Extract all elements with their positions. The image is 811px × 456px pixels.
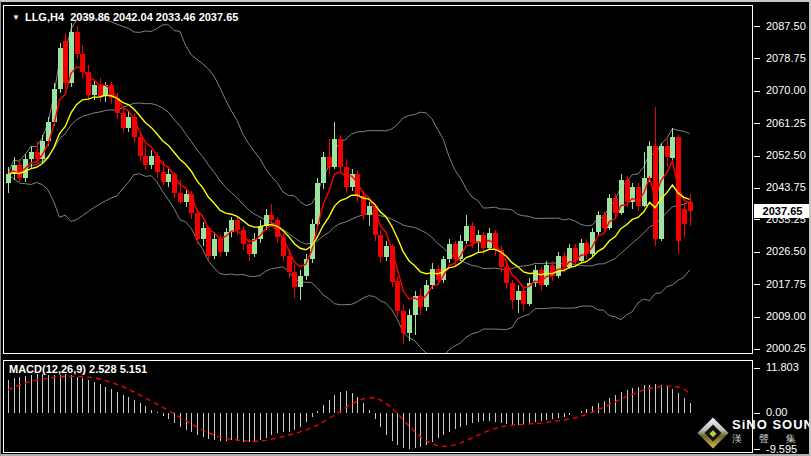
bear-candle-body — [682, 209, 687, 224]
chart-symbol-label: LLG,H4 — [25, 11, 64, 23]
bear-candle-body — [401, 311, 406, 333]
axis-tick-mark — [754, 156, 760, 157]
axis-tick-label: 2009.00 — [766, 310, 806, 322]
bull-candle-body — [516, 291, 521, 300]
axis-tick-label: 2017.75 — [766, 278, 806, 290]
macd-indicator-panel: MACD(12,26,9) 2.528 5.151 — [3, 360, 753, 453]
bull-candle-body — [607, 198, 612, 228]
bull-candle-body — [321, 157, 326, 183]
bull-candle-body — [430, 269, 435, 286]
bear-candle-body — [521, 291, 526, 304]
bull-candle-body — [126, 117, 131, 128]
axis-tick-label: -9.595 — [766, 443, 797, 455]
bear-candle-body — [292, 272, 297, 287]
logo-inner-diamond — [705, 424, 722, 441]
logo-text-en: SiNO SOUND — [732, 418, 811, 431]
bull-candle-body — [184, 194, 189, 201]
bear-candle-body — [75, 32, 80, 54]
bear-candle-body — [625, 180, 630, 202]
macd-indicator-label: MACD(12,26,9) 2.528 5.151 — [9, 363, 147, 375]
bear-candle-body — [138, 137, 143, 156]
axis-tick-mark — [754, 413, 760, 414]
axis-tick-mark — [754, 368, 760, 369]
bear-candle-body — [247, 244, 252, 253]
chart-window: ▼LLG,H4 2039.86 2042.04 2033.46 2037.65 … — [0, 0, 811, 456]
bull-candle-body — [579, 243, 584, 262]
bear-candle-body — [63, 41, 68, 84]
bull-candle-body — [29, 152, 34, 159]
sino-sound-logo-icon — [697, 417, 728, 448]
axis-tick-label: 2026.50 — [766, 245, 806, 257]
macd-signal-line — [8, 376, 690, 446]
bull-candle-body — [58, 48, 63, 89]
bear-candle-body — [121, 113, 126, 128]
bear-candle-body — [287, 256, 292, 273]
bear-candle-body — [378, 235, 383, 257]
bull-candle-body — [659, 146, 664, 239]
bear-candle-body — [218, 239, 223, 252]
bear-candle-body — [602, 215, 607, 228]
candles-group — [6, 23, 693, 345]
bull-candle-body — [556, 256, 561, 276]
bull-candle-body — [149, 156, 154, 165]
bear-candle-body — [178, 193, 183, 202]
price-scale-axis[interactable]: 2037.65 2087.502078.752070.002061.252052… — [754, 2, 811, 456]
bull-candle-body — [201, 228, 206, 239]
bear-candle-body — [665, 146, 670, 157]
bear-candle-body — [338, 139, 343, 167]
bollinger-lower-band — [8, 174, 690, 353]
bull-candle-body — [647, 146, 652, 178]
bull-candle-body — [212, 239, 217, 256]
bull-candle-body — [229, 220, 234, 231]
bull-candle-body — [92, 85, 97, 94]
bull-candle-body — [6, 174, 11, 183]
axis-tick-mark — [754, 252, 760, 253]
bear-candle-body — [395, 281, 400, 311]
bear-candle-body — [688, 202, 693, 210]
axis-tick-label: 11.803 — [766, 361, 799, 373]
bear-candle-body — [636, 187, 641, 206]
logo-text-cn: 漢 聲 集 團 — [732, 434, 811, 444]
sino-sound-logo: SiNO SOUND 漢 聲 集 團 — [702, 418, 811, 444]
macd-histogram-group — [9, 374, 691, 449]
bear-candle-body — [453, 244, 458, 259]
price-chart-panel: ▼LLG,H4 2039.86 2042.04 2033.46 2037.65 — [3, 5, 753, 354]
bear-candle-body — [161, 172, 166, 181]
logo-text-block: SiNO SOUND 漢 聲 集 團 — [732, 418, 811, 444]
bear-candle-body — [269, 215, 274, 221]
bull-candle-body — [332, 139, 337, 167]
axis-tick-label: 2087.50 — [766, 20, 806, 32]
bull-candle-body — [447, 244, 452, 259]
bear-candle-body — [195, 213, 200, 239]
axis-tick-mark — [754, 123, 760, 124]
price-chart-canvas[interactable] — [4, 6, 752, 353]
bull-candle-body — [670, 137, 675, 157]
axis-tick-mark — [754, 26, 760, 27]
bear-candle-body — [327, 157, 332, 166]
bear-candle-body — [235, 220, 240, 229]
bear-candle-body — [504, 267, 509, 284]
chart-ohlc-values: 2039.86 2042.04 2033.46 2037.65 — [70, 11, 238, 23]
axis-tick-label: 2078.75 — [766, 52, 806, 64]
axis-tick-mark — [754, 349, 760, 350]
current-price-tag: 2037.65 — [754, 204, 811, 218]
bollinger-upper-band — [8, 17, 690, 226]
bull-candle-body — [596, 215, 601, 232]
bull-candle-body — [298, 276, 303, 287]
bear-candle-body — [373, 206, 378, 236]
axis-tick-mark — [754, 219, 760, 220]
bull-candle-body — [384, 246, 389, 257]
axis-tick-mark — [754, 284, 760, 285]
bear-candle-body — [98, 85, 103, 96]
bear-candle-body — [481, 235, 486, 248]
axis-tick-mark — [754, 58, 760, 59]
logo-core-dot — [709, 429, 716, 436]
axis-tick-mark — [754, 449, 760, 450]
bear-candle-body — [206, 228, 211, 256]
axis-tick-mark — [754, 91, 760, 92]
axis-tick-label: 2000.25 — [766, 342, 806, 354]
axis-tick-mark — [754, 188, 760, 189]
bull-candle-body — [407, 315, 412, 334]
chart-title: ▼LLG,H4 2039.86 2042.04 2033.46 2037.65 — [12, 11, 238, 23]
symbol-dropdown-icon[interactable]: ▼ — [12, 13, 20, 22]
